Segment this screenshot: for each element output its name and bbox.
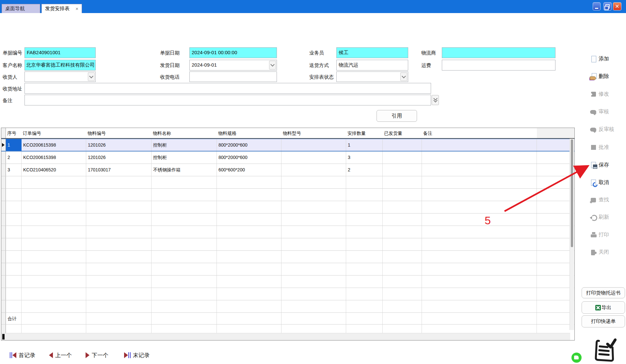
column-header-spec[interactable]: 物料规格 [217, 128, 281, 138]
cell-order_no[interactable] [22, 214, 86, 226]
cell-shipped_qty[interactable] [383, 300, 422, 312]
cell-material_no[interactable] [86, 251, 152, 263]
column-header-material_no[interactable]: 物料编号 [86, 128, 152, 138]
tab-shipping-schedule[interactable]: 发货安排表 × [41, 4, 82, 13]
consignee-combobox[interactable] [24, 71, 96, 82]
remark-field[interactable] [24, 95, 431, 105]
row-selector-cell[interactable] [1, 214, 6, 226]
cell-shipped_qty[interactable] [383, 214, 422, 226]
cell-material_no[interactable]: 1201026 [86, 151, 152, 164]
cell-remark[interactable] [422, 276, 537, 288]
cell-seq[interactable]: 3 [6, 164, 22, 176]
cell-seq[interactable]: 1 [6, 139, 22, 151]
cell-seq[interactable] [6, 226, 22, 238]
cell-remark[interactable] [422, 251, 537, 263]
cell-spec[interactable]: 800*2000*600 [217, 151, 281, 164]
cell-qty[interactable] [346, 201, 383, 213]
grid-horizontal-scrollbar[interactable] [1, 333, 570, 340]
ship-date-combobox[interactable]: 2024-09-01 [189, 60, 277, 71]
cell-spec[interactable] [217, 201, 281, 213]
button-export[interactable]: 导出 [582, 301, 625, 314]
cell-shipped_qty[interactable] [383, 313, 422, 324]
cell-material_no[interactable] [86, 201, 152, 213]
nav-last-button[interactable]: 末记录 [124, 351, 150, 359]
row-selector-cell[interactable] [1, 164, 6, 176]
vertical-scrollbar-thumb[interactable] [571, 139, 573, 247]
cell-qty[interactable] [346, 214, 383, 226]
cell-material_name[interactable] [152, 238, 217, 250]
cell-seq[interactable] [6, 238, 22, 250]
cell-shipped_qty[interactable] [383, 189, 422, 201]
cell-material_no[interactable]: 170103017 [86, 164, 152, 176]
column-header-order_no[interactable]: 订单编号 [22, 128, 86, 138]
toolbar-button-cancel[interactable]: 取消 [590, 178, 609, 187]
cell-filler[interactable] [537, 288, 574, 300]
column-header-model[interactable]: 物料型号 [281, 128, 346, 138]
cell-material_name[interactable]: 控制柜 [152, 151, 217, 164]
cell-qty[interactable] [346, 288, 383, 300]
quote-button[interactable]: 引用 [377, 110, 417, 122]
cell-order_no[interactable] [22, 300, 86, 312]
row-selector-cell[interactable] [1, 313, 6, 324]
cell-material_no[interactable] [86, 288, 152, 300]
cell-order_no[interactable]: KCO200615398 [22, 151, 86, 164]
cell-material_no[interactable] [86, 176, 152, 188]
cell-remark[interactable] [422, 300, 537, 312]
cell-qty[interactable] [346, 313, 383, 324]
cell-material_no[interactable] [86, 226, 152, 238]
cell-seq[interactable] [6, 189, 22, 201]
cell-order_no[interactable] [22, 288, 86, 300]
cell-remark[interactable] [422, 226, 537, 238]
cell-remark[interactable] [422, 164, 537, 176]
cell-qty[interactable] [346, 276, 383, 288]
cell-spec[interactable] [217, 214, 281, 226]
cell-shipped_qty[interactable] [383, 139, 422, 151]
button-print-consignment[interactable]: 打印货物托运书 [582, 287, 625, 298]
cell-seq[interactable] [6, 214, 22, 226]
cell-model[interactable] [281, 276, 346, 288]
cell-material_name[interactable] [152, 263, 217, 275]
cell-filler[interactable] [537, 164, 574, 176]
cell-shipped_qty[interactable] [383, 226, 422, 238]
row-selector-cell[interactable] [1, 139, 6, 151]
cell-shipped_qty[interactable] [383, 263, 422, 275]
table-row-empty[interactable] [1, 176, 574, 189]
table-row-empty[interactable] [1, 276, 574, 288]
cell-spec[interactable] [217, 226, 281, 238]
table-row-empty[interactable] [1, 201, 574, 214]
table-row-empty[interactable] [1, 288, 574, 300]
cell-model[interactable] [281, 214, 346, 226]
ship-date-dropdown-button[interactable] [269, 61, 276, 70]
nav-next-button[interactable]: 下一个 [86, 351, 108, 359]
cell-material_name[interactable] [152, 300, 217, 312]
cell-qty[interactable] [346, 251, 383, 263]
cell-qty[interactable]: 2 [346, 164, 383, 176]
cell-spec[interactable] [217, 300, 281, 312]
cell-order_no[interactable] [22, 263, 86, 275]
cell-spec[interactable] [217, 263, 281, 275]
cell-shipped_qty[interactable] [383, 201, 422, 213]
cell-filler[interactable] [537, 300, 574, 312]
cell-model[interactable] [281, 263, 346, 275]
cell-material_no[interactable] [86, 276, 152, 288]
cell-seq[interactable] [6, 201, 22, 213]
cell-order_no[interactable] [22, 238, 86, 250]
table-row-empty[interactable] [1, 251, 574, 263]
phone-field[interactable] [189, 71, 277, 82]
cell-model[interactable] [281, 151, 346, 164]
cell-model[interactable] [281, 300, 346, 312]
cell-filler[interactable] [537, 313, 574, 324]
column-header-seq[interactable]: 序号 [6, 128, 22, 138]
cell-filler[interactable] [537, 189, 574, 201]
cell-model[interactable] [281, 189, 346, 201]
cell-remark[interactable] [422, 263, 537, 275]
window-restore-button[interactable] [603, 2, 612, 10]
column-header-material_name[interactable]: 物料名称 [152, 128, 217, 138]
tab-desktop-nav[interactable]: 桌面导航 [2, 4, 40, 13]
cell-seq[interactable] [6, 300, 22, 312]
cell-material_no[interactable] [86, 300, 152, 312]
cell-spec[interactable] [217, 288, 281, 300]
cell-remark[interactable] [422, 238, 537, 250]
status-dropdown-button[interactable] [400, 72, 407, 81]
cell-seq[interactable] [6, 276, 22, 288]
